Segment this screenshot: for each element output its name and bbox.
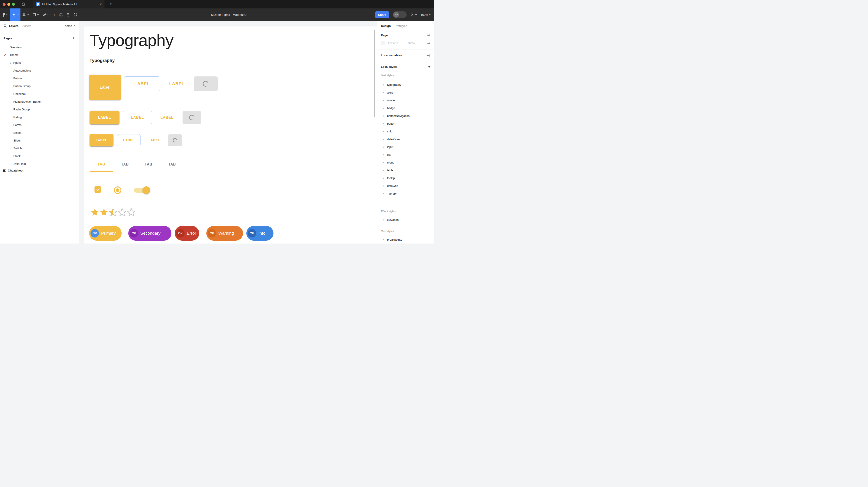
mui-tab-2[interactable]: TAB <box>113 158 137 171</box>
text-style-table[interactable]: table <box>377 166 434 174</box>
text-style-list[interactable]: list <box>377 151 434 159</box>
new-tab-button[interactable]: + <box>108 2 114 6</box>
chip-warning[interactable]: OP Warning <box>206 226 243 240</box>
search-icon[interactable] <box>4 24 7 28</box>
rating-2-5-stars[interactable] <box>90 208 136 217</box>
sidebar-item-cheatsheet[interactable]: Cheatsheet <box>0 167 79 174</box>
chip-primary[interactable]: OP Primary <box>89 226 122 240</box>
sidebar-page-inputs[interactable]: ↓Inputs <box>0 59 79 67</box>
sidebar-page-checkbox[interactable]: Checkbox <box>0 90 79 98</box>
add-page-button[interactable]: + <box>72 36 75 40</box>
sidebar-page-fab[interactable]: Floating Action Button <box>0 98 79 105</box>
move-tool-button[interactable] <box>10 8 21 21</box>
comment-tool-button[interactable] <box>71 8 79 21</box>
text-style-datepicker[interactable]: datePicker <box>377 135 434 143</box>
sidebar-page-switch[interactable]: Switch <box>0 144 79 152</box>
tab-prototype[interactable]: Prototype <box>395 24 407 28</box>
radio-checked[interactable] <box>114 186 121 194</box>
canvas-scrollbar[interactable] <box>374 30 375 117</box>
sidebar-page-theme[interactable]: ✓Theme <box>0 51 79 59</box>
contained-button-medium[interactable]: LABEL <box>90 111 119 124</box>
hand-tool-button[interactable] <box>64 8 71 21</box>
sidebar-page-autocomplete[interactable]: Autocomplete <box>0 67 79 74</box>
sidebar-page-slider[interactable]: Slider <box>0 137 79 144</box>
loading-button-large[interactable] <box>194 76 218 91</box>
switch-on[interactable] <box>134 188 149 193</box>
minimize-window-button[interactable] <box>7 3 10 6</box>
text-style-typography[interactable]: typography <box>377 81 434 89</box>
fullscreen-window-button[interactable] <box>12 3 15 6</box>
chip-error[interactable]: OP Error <box>175 226 199 240</box>
outlined-button-large[interactable]: LABEL <box>124 76 160 91</box>
text-button-small[interactable]: LABEL <box>143 134 165 146</box>
text-style-badge[interactable]: badge <box>377 104 434 112</box>
sidebar-page-button[interactable]: Button <box>0 74 79 82</box>
page-color-hex[interactable]: F3F4F6 <box>388 41 398 45</box>
grid-style-breakpoints[interactable]: breakpoints <box>377 236 434 244</box>
chip-info[interactable]: OP Info <box>246 226 274 240</box>
loading-button-medium[interactable] <box>183 111 201 124</box>
text-style-button[interactable]: button <box>377 120 434 128</box>
variables-icon[interactable] <box>427 53 430 57</box>
chip-secondary[interactable]: OP Secondary <box>128 226 172 240</box>
typography-frame[interactable]: Typography Typography Label LABEL LABEL … <box>84 26 377 244</box>
page-color-opacity[interactable]: 100% <box>407 41 415 45</box>
actions-tool-button[interactable] <box>57 8 64 21</box>
text-style-alert[interactable]: alert <box>377 89 434 96</box>
main-menu-button[interactable] <box>1 8 10 21</box>
outlined-button-medium[interactable]: LABEL <box>123 111 152 124</box>
canvas-h1-title[interactable]: Typography <box>90 31 174 50</box>
shape-tool-button[interactable] <box>31 8 41 21</box>
present-button[interactable] <box>410 13 417 17</box>
resources-icon <box>59 13 63 17</box>
pen-tool-button[interactable] <box>41 8 51 21</box>
contained-button-large[interactable]: Label <box>89 75 121 100</box>
share-button[interactable]: Share <box>375 11 389 18</box>
eye-closed-icon[interactable] <box>427 42 430 45</box>
page-dropdown[interactable]: Theme <box>63 24 75 28</box>
outlined-button-small[interactable]: LABEL <box>117 134 141 146</box>
checkbox-checked[interactable] <box>94 186 101 193</box>
sidebar-page-rating[interactable]: Rating <box>0 113 79 121</box>
add-style-button[interactable]: + <box>428 64 430 69</box>
loading-button-small[interactable] <box>168 134 182 146</box>
file-tab[interactable]: MUI for Figma - Material UI ✕ <box>33 0 104 8</box>
effect-style-elevation[interactable]: elevation <box>377 216 434 224</box>
tab-design[interactable]: Design <box>381 24 391 28</box>
page-color-swatch[interactable] <box>381 41 385 45</box>
sidebar-page-overview[interactable]: Overview <box>0 43 79 51</box>
canvas-h6-subtitle[interactable]: Typography <box>90 58 115 63</box>
close-window-button[interactable] <box>3 3 5 6</box>
text-button-large[interactable]: LABEL <box>164 76 190 91</box>
text-style-menu[interactable]: menu <box>377 159 434 166</box>
text-tool-button[interactable]: T <box>51 8 57 21</box>
zoom-menu[interactable]: 163% <box>421 13 431 17</box>
text-style-datagrid[interactable]: dataGrid <box>377 182 434 190</box>
tab-assets[interactable]: Assets <box>23 24 31 28</box>
tab-layers[interactable]: Layers <box>9 24 19 28</box>
dev-mode-toggle[interactable]: </> <box>393 11 407 18</box>
mui-tab-3[interactable]: TAB <box>137 158 160 171</box>
text-style-input[interactable]: input <box>377 143 434 151</box>
styles-icon[interactable] <box>427 33 430 37</box>
sidebar-page-forms[interactable]: Forms <box>0 121 79 129</box>
sidebar-page-button-group[interactable]: Button Group <box>0 82 79 90</box>
text-style-bottomnavigation[interactable]: bottomNavigation <box>377 112 434 120</box>
text-button-medium[interactable]: LABEL <box>154 111 180 124</box>
star-half-icon <box>108 208 118 217</box>
text-style-library[interactable]: _library <box>377 190 434 197</box>
sidebar-page-select[interactable]: Select <box>0 129 79 137</box>
mui-tab-1[interactable]: TAB <box>90 158 113 171</box>
home-icon[interactable] <box>21 2 25 6</box>
close-tab-icon[interactable]: ✕ <box>100 3 102 6</box>
text-style-tooltip[interactable]: tooltip <box>377 174 434 182</box>
contained-button-small[interactable]: LABEL <box>90 134 114 147</box>
sidebar-page-stack[interactable]: Stack <box>0 152 79 160</box>
text-style-avatar[interactable]: avatar <box>377 96 434 104</box>
canvas[interactable]: Typography Typography Label LABEL LABEL … <box>80 21 377 244</box>
sidebar-page-radio-group[interactable]: Radio Group <box>0 105 79 113</box>
disclosure-triangle-icon <box>383 239 384 240</box>
frame-tool-button[interactable] <box>21 8 31 21</box>
text-style-chip[interactable]: chip <box>377 128 434 135</box>
mui-tab-4[interactable]: TAB <box>160 158 184 171</box>
